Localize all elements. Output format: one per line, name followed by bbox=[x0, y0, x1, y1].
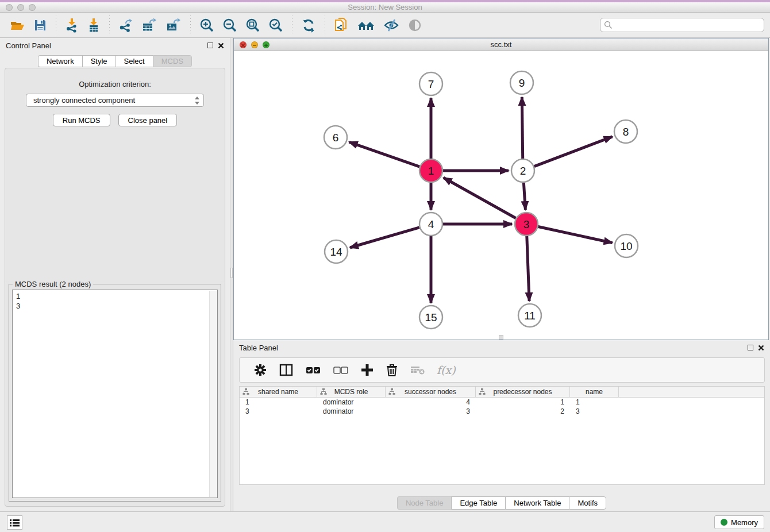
function-builder-icon[interactable]: f(x) bbox=[437, 364, 456, 376]
search-box[interactable] bbox=[600, 18, 764, 32]
close-table-panel-icon[interactable] bbox=[758, 345, 764, 351]
table-cell[interactable]: 3 bbox=[570, 407, 619, 415]
tab-style[interactable]: Style bbox=[82, 55, 116, 67]
table-settings-button[interactable] bbox=[253, 363, 268, 377]
column-header-predecessor-nodes[interactable]: predecessor nodes bbox=[476, 387, 570, 397]
deselect-all-button[interactable] bbox=[332, 364, 349, 376]
column-header-name[interactable]: name bbox=[570, 387, 619, 397]
table-cell[interactable]: 1 bbox=[240, 398, 317, 406]
task-history-button[interactable] bbox=[7, 515, 22, 530]
zoom-out-button[interactable] bbox=[221, 17, 238, 34]
export-image-button[interactable] bbox=[164, 17, 183, 34]
select-all-button[interactable] bbox=[305, 364, 322, 376]
home-button[interactable] bbox=[356, 17, 376, 33]
edge-3-1[interactable] bbox=[444, 178, 516, 218]
optimization-criterion-select[interactable]: strongly connected component bbox=[26, 94, 204, 107]
show-panel-button[interactable] bbox=[406, 17, 424, 33]
export-network-button[interactable] bbox=[117, 17, 134, 34]
table-cell[interactable]: dominator bbox=[317, 407, 386, 415]
table-cell[interactable]: 3 bbox=[386, 407, 476, 415]
float-panel-icon[interactable] bbox=[207, 43, 213, 48]
table-row[interactable]: 1dominator411 bbox=[240, 398, 764, 407]
import-network-button[interactable] bbox=[64, 17, 80, 34]
table-cell[interactable]: 1 bbox=[570, 398, 619, 406]
result-scrollbar[interactable] bbox=[209, 291, 217, 497]
add-column-button[interactable] bbox=[360, 363, 375, 377]
float-table-panel-icon[interactable] bbox=[748, 345, 753, 350]
split-columns-icon bbox=[279, 364, 293, 376]
zoom-fit-button[interactable] bbox=[244, 17, 261, 34]
run-mcds-button[interactable]: Run MCDS bbox=[53, 114, 110, 126]
network-canvas[interactable]: 7968124314101511 bbox=[234, 51, 768, 340]
close-panel-button[interactable]: Close panel bbox=[118, 114, 178, 126]
table-cell[interactable]: 2 bbox=[476, 407, 570, 415]
edge-1-6[interactable] bbox=[349, 142, 420, 167]
control-panel-header: Control Panel bbox=[0, 38, 230, 53]
hide-panel-button[interactable] bbox=[382, 17, 401, 33]
network-window-titlebar: scc.txt bbox=[234, 38, 768, 51]
zoom-selected-button[interactable] bbox=[267, 17, 284, 34]
table-tab-node-table[interactable]: Node Table bbox=[397, 496, 452, 510]
main-toolbar bbox=[0, 13, 770, 38]
node-2[interactable]: 2 bbox=[511, 159, 534, 182]
table-cell[interactable]: 4 bbox=[386, 398, 476, 406]
edge-2-3[interactable] bbox=[523, 183, 525, 210]
refresh-button[interactable] bbox=[300, 17, 317, 34]
node-table-body: 1dominator4113dominator323 bbox=[240, 398, 764, 416]
edge-2-8[interactable] bbox=[534, 137, 613, 167]
toolbar-separator bbox=[292, 16, 292, 35]
node-11[interactable]: 11 bbox=[518, 304, 541, 327]
table-cell[interactable]: dominator bbox=[317, 398, 386, 406]
edge-3-10[interactable] bbox=[538, 226, 613, 242]
node-6[interactable]: 6 bbox=[324, 126, 347, 149]
node-15[interactable]: 15 bbox=[419, 306, 442, 329]
edge-4-14[interactable] bbox=[350, 228, 419, 248]
node-label: 1 bbox=[428, 165, 434, 177]
node-3[interactable]: 3 bbox=[515, 213, 538, 236]
import-table-button[interactable] bbox=[86, 17, 102, 34]
memory-label: Memory bbox=[731, 518, 758, 527]
network-graph[interactable]: 7968124314101511 bbox=[234, 51, 768, 340]
column-header-shared-name[interactable]: shared name bbox=[240, 387, 317, 397]
node-9[interactable]: 9 bbox=[510, 71, 533, 94]
node-8[interactable]: 8 bbox=[614, 120, 637, 143]
tab-mcds[interactable]: MCDS bbox=[153, 55, 192, 67]
edge-2-9[interactable] bbox=[522, 97, 522, 159]
clone-network-button[interactable] bbox=[333, 16, 350, 34]
search-input[interactable] bbox=[613, 21, 760, 29]
table-cell[interactable]: 3 bbox=[240, 407, 317, 415]
export-table-button[interactable] bbox=[140, 17, 159, 34]
table-tab-network-table[interactable]: Network Table bbox=[505, 496, 569, 510]
node-7[interactable]: 7 bbox=[419, 72, 442, 95]
search-icon bbox=[604, 21, 613, 29]
table-cell[interactable]: 1 bbox=[476, 398, 570, 406]
canvas-resize-handle[interactable] bbox=[499, 335, 503, 340]
node-14[interactable]: 14 bbox=[325, 240, 348, 263]
attribute-tree-icon bbox=[320, 388, 327, 395]
table-row[interactable]: 3dominator323 bbox=[240, 407, 764, 416]
open-session-button[interactable] bbox=[9, 17, 26, 33]
zoom-in-button[interactable] bbox=[198, 17, 215, 34]
table-tabs: Node TableEdge TableNetwork TableMotifs bbox=[233, 496, 770, 510]
delete-column-button[interactable] bbox=[385, 363, 399, 378]
node-label: 4 bbox=[428, 218, 434, 230]
node-1[interactable]: 1 bbox=[419, 159, 442, 182]
edge-3-11[interactable] bbox=[527, 236, 529, 301]
tab-network[interactable]: Network bbox=[38, 55, 82, 67]
node-10[interactable]: 10 bbox=[615, 234, 638, 257]
attribute-tree-icon bbox=[242, 388, 249, 395]
column-header-MCDS-role[interactable]: MCDS role bbox=[317, 387, 386, 397]
table-tab-edge-table[interactable]: Edge Table bbox=[451, 496, 505, 510]
memory-button[interactable]: Memory bbox=[714, 515, 764, 529]
column-header-successor-nodes[interactable]: successor nodes bbox=[386, 387, 476, 397]
tab-select[interactable]: Select bbox=[116, 55, 153, 67]
save-session-button[interactable] bbox=[32, 17, 48, 33]
show-column-button[interactable] bbox=[278, 363, 294, 377]
table-tab-motifs[interactable]: Motifs bbox=[569, 496, 606, 510]
column-label: predecessor nodes bbox=[493, 388, 552, 396]
selected-criterion: strongly connected component bbox=[33, 96, 194, 105]
deselect-all-icon bbox=[333, 365, 348, 375]
delete-table-button[interactable] bbox=[409, 364, 426, 376]
close-panel-icon[interactable] bbox=[218, 43, 224, 49]
node-4[interactable]: 4 bbox=[419, 213, 442, 236]
